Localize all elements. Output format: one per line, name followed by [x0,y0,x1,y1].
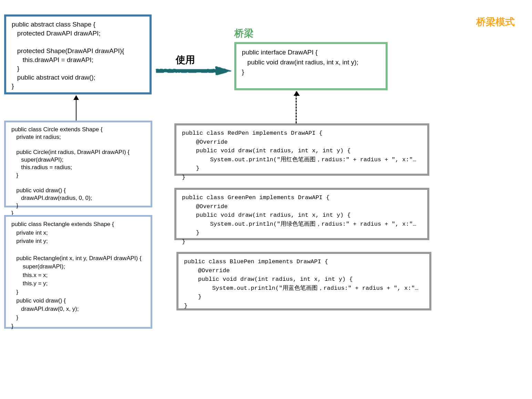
circle-code: public class Circle extends Shape { priv… [11,126,145,217]
use-arrow-icon [155,65,233,77]
pattern-title: 桥梁模式 [476,16,515,29]
implements-arrow-icon [296,92,297,123]
svg-rect-0 [156,69,218,72]
redpen-code: public class RedPen implements DrawAPI {… [182,129,422,182]
inheritance-arrow-icon [76,96,76,121]
greenpen-code: public class GreenPen implements DrawAPI… [182,193,422,246]
shape-code: public abstract class Shape { protected … [12,20,144,91]
bluepen-code: public class BluePen implements DrawAPI … [184,257,424,310]
rectangle-code: public class Rectangle extends Shape { p… [11,220,145,330]
use-label: 使用 [176,53,195,66]
rectangle-class-box: public class Rectangle extends Shape { p… [4,215,152,329]
redpen-class-box: public class RedPen implements DrawAPI {… [174,123,429,176]
shape-class-box: public abstract class Shape { protected … [4,14,152,94]
bluepen-class-box: public class BluePen implements DrawAPI … [176,252,431,310]
circle-class-box: public class Circle extends Shape { priv… [4,121,152,207]
greenpen-class-box: public class GreenPen implements DrawAPI… [174,188,429,240]
bridge-label: 桥梁 [234,27,254,40]
svg-marker-1 [215,66,232,75]
drawapi-interface-box: public interface DrawAPI { public void d… [234,42,388,90]
drawapi-code: public interface DrawAPI { public void d… [242,48,380,77]
